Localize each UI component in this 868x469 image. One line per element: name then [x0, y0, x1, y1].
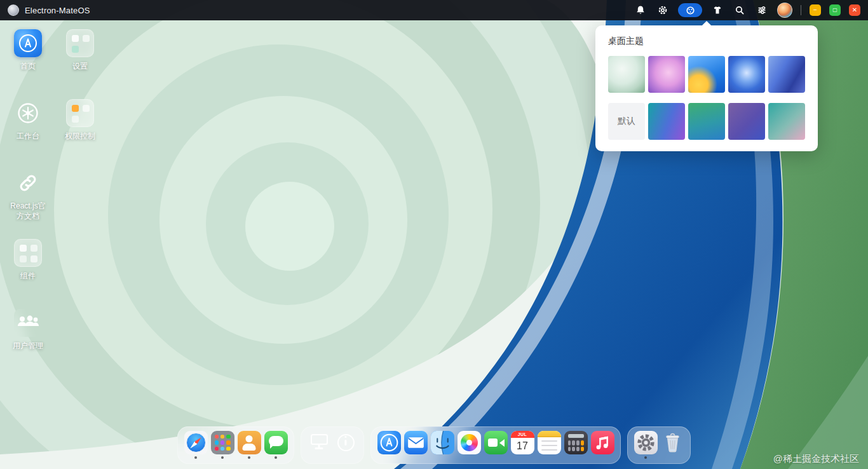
wallpaper-theme-button[interactable]: [710, 3, 724, 17]
theme-grid: 默认: [608, 56, 805, 140]
calendar-icon: JUL 17: [511, 431, 534, 454]
display-icon: [308, 431, 331, 454]
topbar: Electron-MateOS: [0, 0, 868, 20]
search-icon: [735, 5, 745, 15]
desktop-icon-label: 工作台: [17, 131, 39, 141]
finder-icon: [431, 431, 454, 454]
dock-item-messages[interactable]: [263, 431, 288, 459]
theme-thumb-blue-sphere[interactable]: [728, 56, 765, 93]
window-close-button[interactable]: ✕: [849, 4, 860, 16]
components-folder-icon: [14, 239, 42, 267]
window-minimize-button[interactable]: −: [810, 4, 821, 16]
os-title: Electron-MateOS: [25, 6, 90, 15]
photos-icon: [458, 431, 481, 454]
dock-group-1: [177, 426, 294, 464]
desktop-theme-panel: 桌面主题 默认: [595, 25, 818, 151]
dock-group-4: [627, 426, 691, 464]
desktop-icon-label: 用户管理: [13, 341, 43, 351]
theme-thumb-purple-indigo[interactable]: [728, 103, 765, 140]
theme-thumb-blue-violet[interactable]: [768, 56, 805, 93]
sliders-icon: [757, 5, 767, 15]
link-icon: [14, 169, 42, 197]
theme-thumb-teal-pink[interactable]: [768, 103, 805, 140]
desktop-icon-components[interactable]: 组件: [1, 239, 55, 281]
dock-item-facetime[interactable]: [483, 431, 508, 459]
dock-item-contacts[interactable]: [236, 431, 262, 459]
dock-item-safari[interactable]: [183, 431, 208, 459]
desktop-icon-label: 首页: [20, 61, 36, 71]
dock-item-info[interactable]: [333, 431, 358, 459]
notes-icon: [538, 431, 561, 454]
info-icon: [334, 431, 358, 454]
settings-gear-button[interactable]: [656, 3, 670, 17]
desktop-icon-workbench[interactable]: 工作台: [1, 99, 55, 141]
dock-item-notes[interactable]: [536, 431, 562, 459]
dock-item-calendar[interactable]: JUL 17: [510, 431, 535, 459]
desktop-icon-settings[interactable]: 设置: [53, 29, 107, 71]
search-button[interactable]: [733, 3, 747, 17]
mini-app-tile: [72, 35, 79, 42]
bell-icon: [635, 5, 646, 15]
mini-app-tile: [20, 255, 27, 262]
theme-panel-title: 桌面主题: [608, 36, 805, 47]
mini-app-tile: [83, 105, 90, 112]
mini-app-tile: [20, 245, 27, 252]
theme-thumb-blue-yellow[interactable]: [688, 56, 725, 93]
notification-bell-button[interactable]: [634, 3, 648, 17]
running-indicator: [221, 456, 224, 459]
desktop-icon-label: React.js官方文档: [8, 201, 48, 221]
running-indicator: [248, 456, 250, 459]
desktop-icon-home[interactable]: 首页: [1, 29, 55, 71]
theme-thumb-default[interactable]: 默认: [608, 103, 645, 140]
tshirt-icon: [712, 5, 722, 15]
launchpad-icon: [211, 431, 234, 454]
dock-group-2: [301, 426, 364, 464]
theme-thumb-pink-flower[interactable]: [648, 56, 685, 93]
calendar-day: 17: [511, 438, 534, 454]
system-settings-gear-icon: [634, 431, 658, 454]
dock-item-trash[interactable]: [660, 431, 685, 459]
trash-icon: [661, 431, 684, 454]
calendar-month: JUL: [511, 431, 534, 438]
dock-item-settings[interactable]: [633, 431, 658, 459]
dock-item-calculator[interactable]: [563, 431, 588, 459]
dock-item-display[interactable]: [306, 431, 332, 459]
theme-color-button-active[interactable]: [678, 3, 702, 17]
os-logo-icon: [8, 4, 19, 16]
running-indicator: [275, 456, 277, 459]
desktop-icon-react-docs[interactable]: React.js官方文档: [1, 169, 55, 221]
appstore-a-icon: [17, 32, 39, 55]
window-maximize-button[interactable]: ▢: [829, 4, 841, 16]
mini-app-tile: [72, 105, 79, 112]
theme-thumb-teal-purple[interactable]: [648, 103, 685, 140]
mini-app-tile: [31, 245, 37, 252]
control-center-button[interactable]: [755, 3, 769, 17]
desktop-icon-user-management[interactable]: 用户管理: [1, 309, 55, 351]
dock-item-appstore[interactable]: [376, 431, 402, 459]
settings-folder-icon: [66, 29, 94, 57]
running-indicator: [194, 456, 197, 459]
mini-app-tile: [72, 116, 79, 123]
appstore-icon: [377, 431, 401, 454]
watermark: @稀土掘金技术社区: [773, 453, 859, 465]
permissions-folder-icon: [66, 99, 94, 127]
dock-item-finder[interactable]: [430, 431, 455, 459]
running-indicator: [644, 456, 647, 459]
mini-app-tile: [72, 46, 79, 53]
workbench-wheel-icon: [14, 99, 42, 127]
desktop-icon-permissions[interactable]: 权限控制: [53, 99, 107, 141]
theme-thumb-green-blue[interactable]: [688, 103, 725, 140]
dock-item-photos[interactable]: [456, 431, 482, 459]
desktop-icon-label: 权限控制: [65, 131, 95, 141]
safari-icon: [184, 431, 208, 454]
user-avatar[interactable]: [777, 3, 792, 18]
calculator-icon: [564, 431, 588, 454]
dock-group-3: JUL 17: [370, 426, 621, 464]
mini-app-tile: [83, 35, 90, 42]
dock-item-mail[interactable]: [403, 431, 428, 459]
dock-item-music[interactable]: [590, 431, 615, 459]
theme-color-icon: [686, 6, 695, 15]
dock-item-launchpad[interactable]: [210, 431, 235, 459]
topbar-divider: [801, 5, 801, 15]
theme-thumb-mint-swirl[interactable]: [608, 56, 645, 93]
